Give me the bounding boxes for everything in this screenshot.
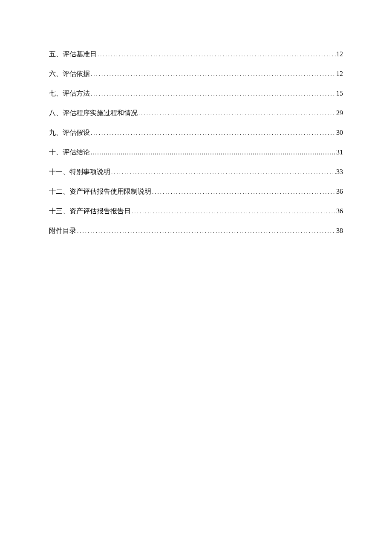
toc-entry-page: 36 (336, 206, 343, 216)
toc-entry-title: 七、评估方法 (49, 88, 90, 99)
toc-entry-page: 12 (336, 49, 343, 59)
toc-leader-dots (76, 226, 336, 236)
toc-entry-page: 12 (336, 69, 343, 79)
toc-entry-title: 八、评估程序实施过程和情况 (49, 108, 138, 118)
toc-entry: 十三、资产评估报告报告日 36 (49, 206, 343, 216)
toc-entry: 七、评估方法 15 (49, 88, 343, 99)
toc-leader-dots (131, 206, 336, 216)
toc-entry: 五、评估基准日 12 (49, 49, 343, 59)
toc-entry-title: 五、评估基准日 (49, 49, 97, 59)
toc-entry-title: 十三、资产评估报告报告日 (49, 206, 131, 216)
toc-leader-dots (138, 108, 336, 118)
toc-entry-page: 15 (336, 88, 343, 99)
toc-entry-title: 附件目录 (49, 226, 76, 236)
table-of-contents: 五、评估基准日 12 六、评估依据 12 七、评估方法 15 八、评估程序实施过… (49, 49, 343, 236)
toc-entry: 十二、资产评估报告使用限制说明 36 (49, 186, 343, 197)
toc-entry-title: 十一、特别事项说明 (49, 167, 110, 177)
toc-entry: 六、评估依据 12 (49, 69, 343, 79)
toc-leader-dots (90, 69, 336, 79)
toc-leader-dots (110, 167, 336, 177)
toc-entry-page: 33 (336, 167, 343, 177)
toc-entry-page: 31 (336, 147, 343, 157)
toc-leader-dots (90, 88, 336, 99)
toc-entry-page: 38 (336, 226, 343, 236)
toc-entry: 八、评估程序实施过程和情况 29 (49, 108, 343, 118)
toc-leader-dots (151, 186, 336, 197)
toc-leader-dots (97, 49, 336, 59)
toc-entry: 附件目录 38 (49, 226, 343, 236)
toc-leader-dots (90, 128, 336, 138)
toc-entry-title: 六、评估依据 (49, 69, 90, 79)
toc-entry: 十一、特别事项说明 33 (49, 167, 343, 177)
toc-leader-dots (90, 147, 336, 157)
toc-entry-title: 十二、资产评估报告使用限制说明 (49, 186, 151, 197)
toc-entry-title: 九、评估假设 (49, 128, 90, 138)
toc-entry: 九、评估假设 30 (49, 128, 343, 138)
toc-entry-title: 十、评估结论 (49, 147, 90, 157)
toc-entry-page: 29 (336, 108, 343, 118)
toc-entry: 十、评估结论 31 (49, 147, 343, 157)
toc-entry-page: 36 (336, 186, 343, 197)
toc-entry-page: 30 (336, 128, 343, 138)
